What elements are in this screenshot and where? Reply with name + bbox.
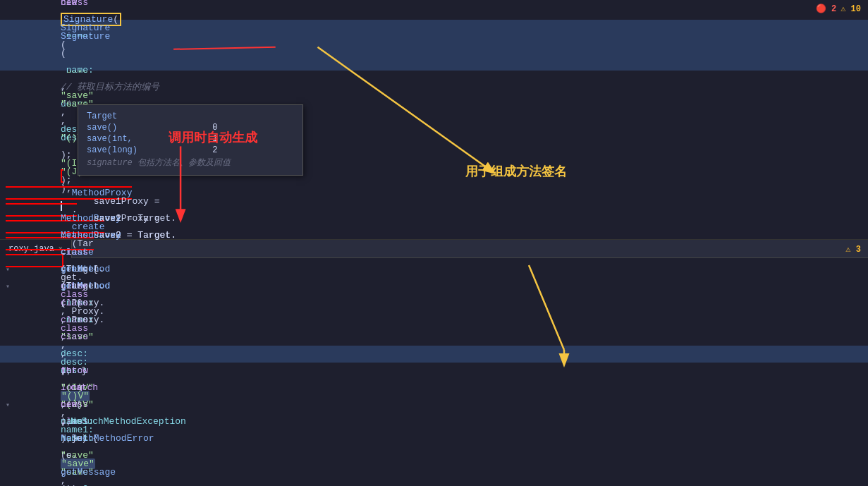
comment-2: /* (61, 99, 72, 109)
tooltip-row-1: save() 0 (87, 122, 236, 133)
kw-class-10: class (61, 298, 88, 308)
editor-container: 🔴 2 ⚠️ 10 public class TargetFastClass { (0, 0, 868, 486)
top-code-area: public class TargetFastClass { static Si… (0, 0, 868, 107)
code-line-6: /* (0, 87, 868, 104)
method-getMessage: getMessage (61, 467, 116, 478)
kw-new-b: new (61, 399, 77, 410)
tooltip-method-3: save(long) (87, 145, 212, 156)
tooltip-class-label: Target (87, 111, 212, 122)
code-line-1: public class TargetFastClass { (0, 3, 868, 20)
tooltip-footer-row: signature 包括方法名、参数及回值 (87, 156, 236, 169)
tooltip-index-2: 1 (212, 133, 236, 145)
bottom-panel: roxy.java ✕ ⚠️ 3 ▾ tic { ▾ (0, 240, 868, 486)
code-line-2: static Signature s0 = new Signature( nam… (0, 20, 868, 37)
tooltip-row-3: save(long) 2 (87, 145, 236, 156)
bottom-line-10: throw new NoSuchMethodError (e. getMessa… (0, 413, 868, 430)
sig-class-3: Signature (61, 31, 110, 42)
bottom-status-icons: ⚠️ 3 (845, 240, 861, 258)
tooltip-header-row: Target (87, 111, 236, 122)
bottom-line-11: } (0, 430, 868, 447)
tooltip-footer: signature 包括方法名、参数及回值 (87, 156, 236, 169)
tooltip-index-3: 2 (212, 145, 236, 156)
code-line-5: // 获取目标方法的编号 (0, 71, 868, 87)
kw-new-3: new (61, 0, 77, 8)
tooltip-method-2: save(int, (87, 133, 212, 145)
tooltip-table: Target save() 0 save(int, 1 save(long) (87, 111, 236, 169)
tooltip-method-1: save() (87, 122, 212, 133)
method-create-3: create (61, 264, 94, 274)
tooltip-row-2: save(int, 1 (87, 133, 236, 145)
annotation-label-2: 用于组成方法签名 (465, 164, 567, 178)
bottom-warn-count: ⚠️ 3 (845, 244, 861, 255)
kw-throw: throw (61, 365, 88, 376)
cls-methodproxy-3: MethodProxy (61, 230, 121, 241)
tooltip-popup: Target save() 0 save(int, 1 save(long) (78, 104, 303, 176)
tooltip-index-1: 0 (212, 122, 236, 133)
bottom-code-area: ▾ tic { ▾ try { save0 = Target. c (0, 258, 868, 450)
